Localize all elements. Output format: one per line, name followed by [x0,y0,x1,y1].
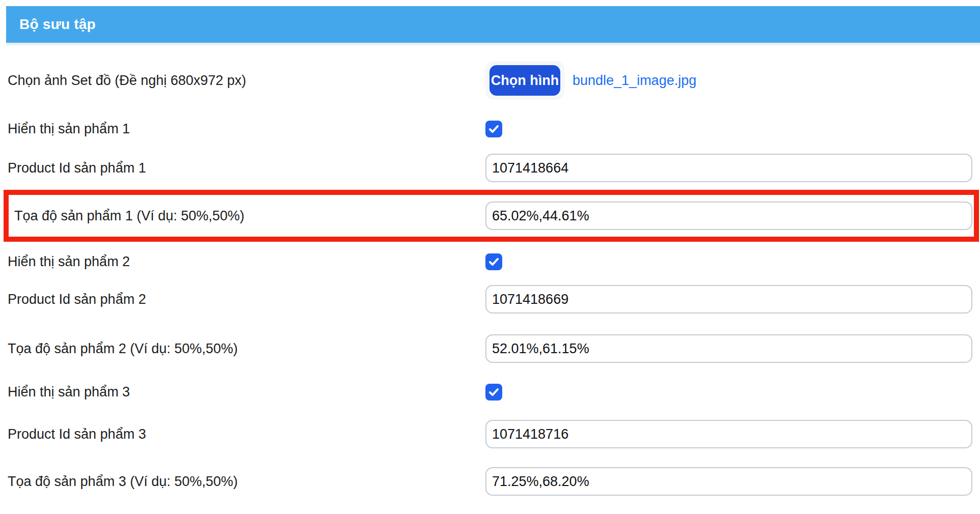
show-2-label: Hiển thị sản phẩm 2 [8,254,485,270]
field-row-coord-2: Tọa độ sản phẩm 2 (Ví dụ: 50%,50%) [0,334,980,363]
field-row-show-2: Hiển thị sản phẩm 2 [0,253,980,270]
product-id-3-input[interactable] [485,420,972,448]
field-row-pid-3: Product Id sản phẩm 3 [0,420,980,448]
coords-2-input[interactable] [485,334,972,363]
checkmark-icon [488,125,499,133]
coords-3-input[interactable] [485,467,972,496]
field-row-show-3: Hiển thị sản phẩm 3 [0,384,980,401]
field-row-pid-2: Product Id sản phẩm 2 [0,285,980,313]
show-product-2-checkbox[interactable] [485,253,502,270]
uploaded-file-link[interactable]: bundle_1_image.jpg [573,73,696,89]
pid-1-label: Product Id sản phẩm 1 [8,160,485,176]
coord-1-label: Tọa độ sản phẩm 1 (Ví dụ: 50%,50%) [14,208,485,224]
checkmark-icon [488,258,499,266]
product-id-1-input[interactable] [485,154,972,182]
pid-2-label: Product Id sản phẩm 2 [8,292,485,307]
image-field-label: Chọn ảnh Set đồ (Đề nghị 680x972 px) [8,73,485,89]
show-1-label: Hiển thị sản phẩm 1 [8,121,485,137]
coord-3-label: Tọa độ sản phẩm 3 (Ví dụ: 50%,50%) [8,474,485,490]
field-row-coord-3: Tọa độ sản phẩm 3 (Ví dụ: 50%,50%) [0,467,980,496]
panel-title: Bộ sưu tập [19,16,96,33]
field-row-coord-1: Tọa độ sản phẩm 1 (Ví dụ: 50%,50%) [9,202,974,230]
choose-image-button[interactable]: Chọn hình [489,65,560,96]
field-row-show-1: Hiển thị sản phẩm 1 [0,121,980,137]
field-row-pid-1: Product Id sản phẩm 1 [0,154,980,182]
show-product-1-checkbox[interactable] [485,121,502,137]
show-product-3-checkbox[interactable] [485,384,502,401]
highlight-annotation: Tọa độ sản phẩm 1 (Ví dụ: 50%,50%) [4,190,979,242]
coord-2-label: Tọa độ sản phẩm 2 (Ví dụ: 50%,50%) [8,341,485,357]
file-input-wrapper: Chọn hình [485,61,564,100]
checkmark-icon [488,388,499,396]
show-3-label: Hiển thị sản phẩm 3 [8,384,485,400]
coords-1-input[interactable] [485,202,972,230]
product-id-2-input[interactable] [485,285,972,313]
pid-3-label: Product Id sản phẩm 3 [8,426,485,442]
panel-header: Bộ sưu tập [6,6,980,43]
field-row-image: Chọn ảnh Set đồ (Đề nghị 680x972 px) Chọ… [0,61,980,100]
